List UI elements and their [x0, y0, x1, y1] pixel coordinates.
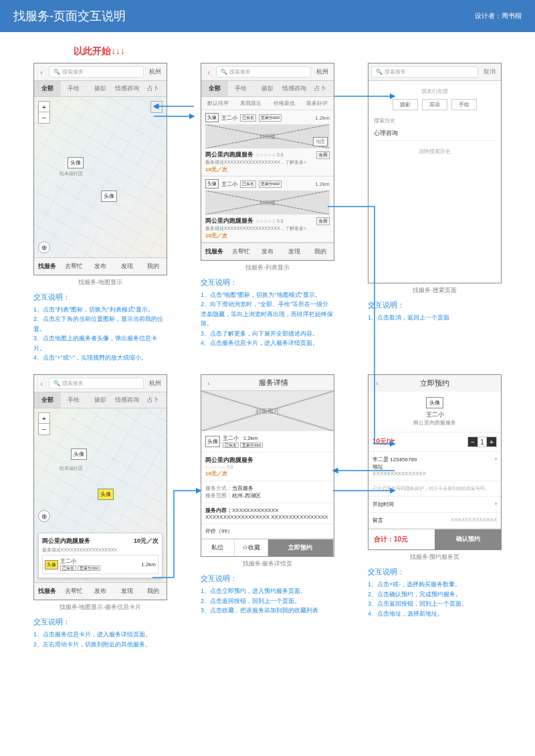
chip[interactable]: 摄影 [393, 99, 418, 110]
nav-help[interactable]: 去帮忙 [61, 258, 88, 275]
confirm-button[interactable]: 确认预约 [435, 529, 501, 549]
nav-mine[interactable]: 我的 [140, 258, 167, 275]
nav-publish[interactable]: 发布 [254, 243, 281, 260]
tab-all[interactable]: 全部 [34, 392, 61, 408]
avatar-pin-selected[interactable]: 头像 [98, 489, 114, 500]
address-row[interactable]: 李二蛋 123456789 地址 XXXXXXXXXXXXXXX › [368, 452, 501, 481]
screen-booking: ‹ 立即预约 头像 王二小 两公里内跑腿服务 10元/次 − 1 + 李二蛋 1… [368, 374, 502, 550]
city-picker[interactable]: 杭州 [146, 68, 164, 76]
tab-all[interactable]: 全部 [201, 81, 228, 96]
sort-default[interactable]: 默认排序 [201, 97, 235, 110]
qty-value: 1 [477, 437, 487, 447]
zoom-in-button[interactable]: + [39, 413, 49, 424]
nav-publish[interactable]: 发布 [87, 583, 114, 600]
tab-photo[interactable]: 摄影 [254, 81, 281, 96]
favorite-button[interactable]: ☆收藏 [235, 539, 268, 556]
pm-button[interactable]: 私信 [201, 539, 235, 556]
back-icon[interactable]: ‹ [204, 68, 213, 77]
zoom-out-button[interactable]: − [39, 112, 49, 123]
nav-help[interactable]: 去帮忙 [61, 583, 88, 600]
sort-rating[interactable]: 最多好评 [301, 97, 334, 110]
nav-mine[interactable]: 我的 [307, 243, 334, 260]
tab-photo[interactable]: 摄影 [87, 81, 114, 96]
tab-draw[interactable]: 手绘 [228, 81, 255, 96]
avatar-pin[interactable]: 头像 [68, 157, 84, 168]
nav-discover[interactable]: 发现 [114, 583, 140, 600]
caption: 找服务-搜索页面 [368, 286, 502, 295]
chip[interactable]: 手绘 [451, 99, 477, 110]
map-view[interactable]: + − ≡ ⊕ 头像 头像 松木场社区 [34, 97, 167, 257]
nav-find[interactable]: 找服务 [34, 258, 61, 275]
nav-find[interactable]: 找服务 [201, 243, 228, 260]
service-card[interactable]: 头像 王二小 已实名 芝麻分660 1.2km 封面图 两公里内跑腿服务☆☆☆☆… [201, 176, 334, 243]
distance-label: 1.2km [141, 561, 156, 568]
total-label: 合计：10元 [368, 529, 435, 549]
tab-emotion[interactable]: 情感咨询 [114, 81, 140, 96]
tab-divination[interactable]: 占卜 [140, 392, 167, 408]
search-input[interactable]: 🔍 搜索服务 [49, 66, 144, 78]
nav-discover[interactable]: 发现 [281, 243, 308, 260]
user-section[interactable]: 头像 王二小 1.2km 已实名 芝麻分660 [201, 431, 334, 453]
city-picker[interactable]: 杭州 [314, 68, 331, 76]
book-button[interactable]: 立即预约 [268, 539, 334, 556]
service-desc[interactable]: 服务描述XXXXXXXXXXXXXXXXXX…了解更多> [205, 159, 330, 166]
tab-draw[interactable]: 手绘 [61, 392, 88, 408]
back-icon[interactable]: ‹ [37, 379, 46, 388]
service-card[interactable]: 头像 王二小 已实名 芝麻分660 1.2km 封面图地图 两公里内跑腿服务☆☆… [201, 110, 334, 176]
sort-price[interactable]: 价格最低 [268, 97, 301, 110]
reviews-row[interactable]: 评价（99） [201, 524, 334, 539]
back-icon[interactable]: ‹ [37, 68, 46, 77]
history-item[interactable]: 心理咨询 [374, 126, 496, 141]
avatar-pin[interactable]: 头像 [71, 449, 87, 460]
map-toggle-button[interactable]: 地图 [313, 137, 328, 146]
zoom-out-button[interactable]: − [39, 424, 49, 434]
card-title: 两公里内跑腿服务 [42, 537, 90, 545]
search-input[interactable]: 🔍 搜索服务 [49, 378, 144, 389]
tab-divination[interactable]: 占卜 [140, 81, 167, 96]
nav-discover[interactable]: 发现 [114, 258, 140, 275]
service-info-card[interactable]: 两公里内跑腿服务10元／次 服务描述XXXXXXXXXXXXXXXXXX 头像 … [38, 533, 163, 578]
tag: 当面 [316, 151, 330, 159]
nav-help[interactable]: 去帮忙 [228, 243, 255, 260]
search-input[interactable]: 🔍 搜索服务 [371, 66, 478, 78]
nav-find[interactable]: 找服务 [34, 583, 61, 600]
avatar-pin[interactable]: 头像 [101, 191, 117, 202]
start-time-row[interactable]: 开始时间› [368, 497, 501, 513]
avatar-icon: 头像 [205, 113, 219, 122]
search-input[interactable]: 🔍 搜索服务 [216, 66, 311, 78]
cancel-button[interactable]: 取消 [481, 68, 498, 76]
clear-history-button[interactable]: 清除搜索历史 [374, 148, 496, 155]
service-desc[interactable]: 服务描述XXXXXXXXXXXXXXXXXX…了解更多> [205, 225, 330, 232]
privacy-note: 已开启手机号码隐私保护，对方不会看到你的真实号码。 [368, 481, 501, 497]
chip[interactable]: 英语 [422, 99, 447, 110]
cover-image: 封面图 [205, 191, 330, 215]
address-label: 地址 [372, 464, 383, 470]
sort-near[interactable]: 离我最近 [235, 97, 268, 110]
tab-emotion[interactable]: 情感咨询 [114, 392, 140, 408]
tab-all[interactable]: 全部 [34, 81, 61, 96]
tab-draw[interactable]: 手绘 [61, 81, 88, 96]
back-icon[interactable]: ‹ [204, 378, 213, 388]
nav-mine[interactable]: 我的 [140, 583, 167, 600]
city-picker[interactable]: 杭州 [146, 379, 164, 388]
start-hint: 以此开始↓↓↓ [74, 45, 535, 57]
message-row[interactable]: 留言XXXXXXXXXXXXX [368, 513, 501, 529]
zoom-in-button[interactable]: + [39, 102, 49, 112]
range-label: 服务范围： [205, 493, 232, 499]
page-title: 服务详情 [216, 378, 331, 388]
tab-divination[interactable]: 占卜 [307, 81, 334, 96]
back-icon[interactable]: ‹ [372, 378, 382, 388]
list-toggle-icon[interactable]: ≡ [150, 101, 163, 113]
locate-icon[interactable]: ⊕ [38, 510, 50, 522]
qty-plus-button[interactable]: + [487, 437, 496, 447]
realname-badge: 已实名 [240, 114, 256, 122]
locate-icon[interactable]: ⊕ [38, 241, 50, 253]
tab-photo[interactable]: 摄影 [87, 392, 114, 408]
nav-publish[interactable]: 发布 [87, 258, 114, 275]
tab-emotion[interactable]: 情感咨询 [281, 81, 308, 96]
distance-label: 1.2km [315, 115, 330, 121]
history-label: 搜索历史 [374, 117, 496, 124]
method-value: 当面服务 [232, 485, 253, 491]
qty-minus-button[interactable]: − [468, 437, 477, 447]
map-view[interactable]: +− ⊕ 头像 头像 松木场社区 两公里内跑腿服务10元／次 服务描述XXXXX… [34, 408, 167, 582]
